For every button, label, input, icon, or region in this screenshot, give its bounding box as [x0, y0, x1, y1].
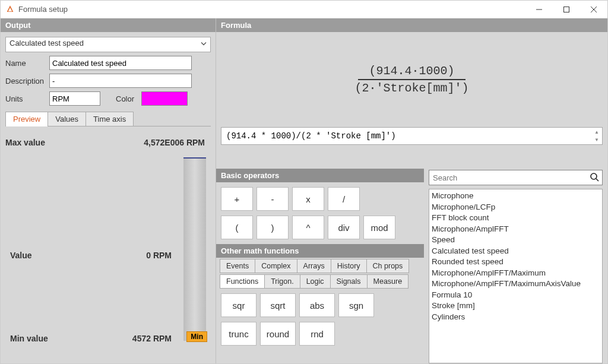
- min-value: 4572 RPM: [87, 334, 172, 343]
- list-item[interactable]: Calculated test speed: [432, 246, 600, 257]
- list-item[interactable]: Microphone/LCFp: [432, 202, 600, 213]
- formula-spinner[interactable]: ▲ ▼: [592, 128, 601, 144]
- name-label: Name: [5, 59, 45, 68]
- op-mod[interactable]: mod: [363, 216, 395, 239]
- output-header: Output: [1, 18, 216, 32]
- chevron-down-icon[interactable]: ▼: [592, 136, 601, 144]
- basic-operators-header: Basic operators: [216, 169, 424, 182]
- list-item[interactable]: Microphone: [432, 191, 600, 202]
- preview-bar: [183, 157, 206, 341]
- description-label: Description: [5, 77, 45, 86]
- color-label: Color: [116, 94, 134, 103]
- fn-rnd[interactable]: rnd: [299, 322, 335, 346]
- operators-panel: Basic operators + - x / ( ) ^ div m: [216, 169, 424, 363]
- minimize-button[interactable]: [525, 1, 553, 18]
- description-field[interactable]: [49, 74, 192, 88]
- svg-line-5: [596, 179, 598, 181]
- list-item[interactable]: Speed: [432, 235, 600, 246]
- list-item[interactable]: Microphone/AmplFFT: [432, 224, 600, 235]
- value-value: 0 RPM: [87, 251, 172, 260]
- chevron-down-icon: [200, 40, 207, 49]
- op-div[interactable]: div: [328, 216, 360, 239]
- units-field[interactable]: [49, 91, 100, 106]
- list-item[interactable]: Rounded test speed: [432, 257, 600, 268]
- formula-setup-window: Formula setup Output Calculated test spe…: [0, 0, 608, 364]
- fn-tab-logic[interactable]: Logic: [300, 274, 331, 289]
- op-plus[interactable]: +: [221, 187, 253, 211]
- list-item[interactable]: Microphone/AmplFFT/MaximumAxisValue: [432, 278, 600, 290]
- tab-preview[interactable]: Preview: [5, 112, 48, 126]
- output-panel: Output Calculated test speed Name Descri…: [1, 18, 216, 363]
- search-icon: [590, 172, 599, 182]
- units-label: Units: [5, 94, 45, 103]
- formula-input[interactable]: [221, 127, 603, 145]
- preview-pane: Max value 4,572E006 RPM Value 0 RPM Min …: [1, 131, 216, 363]
- close-button[interactable]: [580, 1, 607, 18]
- formula-panel: Formula (914.4·1000) (2·'Stroke[mm]') ▲ …: [216, 18, 607, 363]
- fn-tab-chprops[interactable]: Ch props: [366, 259, 410, 273]
- window-controls: [525, 1, 607, 18]
- fn-abs[interactable]: abs: [299, 293, 335, 317]
- search-panel: Microphone Microphone/LCFp FFT block cou…: [424, 169, 607, 363]
- fn-tab-functions[interactable]: Functions: [220, 274, 265, 289]
- preview-tabs: Preview Values Time axis: [5, 112, 211, 126]
- list-item[interactable]: Microphone/AmplFFT/Maximum: [432, 268, 600, 279]
- name-field[interactable]: [49, 56, 192, 70]
- list-item[interactable]: FFT block count: [432, 213, 600, 224]
- formula-display: (914.4·1000) (2·'Stroke[mm]'): [216, 32, 607, 127]
- value-label: Value: [10, 251, 87, 260]
- body: Output Calculated test speed Name Descri…: [1, 18, 607, 363]
- list-item[interactable]: Formula 10: [432, 290, 600, 301]
- max-value: 4,572E006 RPM: [83, 138, 205, 147]
- chevron-up-icon[interactable]: ▲: [592, 128, 601, 136]
- other-functions-header: Other math functions: [216, 244, 424, 258]
- fn-trunc[interactable]: trunc: [221, 322, 256, 346]
- op-multiply[interactable]: x: [292, 187, 324, 211]
- list-item[interactable]: Cylinders: [432, 312, 600, 323]
- list-item[interactable]: Stroke [mm]: [432, 300, 600, 312]
- op-rparen[interactable]: ): [256, 216, 289, 239]
- fn-tab-history[interactable]: History: [331, 259, 367, 273]
- search-input[interactable]: [429, 170, 603, 185]
- op-divide[interactable]: /: [328, 187, 360, 211]
- fn-sqrt[interactable]: sqrt: [260, 293, 296, 317]
- lower-area: Basic operators + - x / ( ) ^ div m: [216, 169, 607, 363]
- color-picker[interactable]: [141, 91, 188, 106]
- output-select[interactable]: Calculated test speed: [5, 37, 211, 52]
- fn-tab-complex[interactable]: Complex: [255, 259, 297, 273]
- channel-list[interactable]: Microphone Microphone/LCFp FFT block cou…: [429, 189, 603, 363]
- op-minus[interactable]: -: [256, 187, 289, 211]
- min-tag: Min: [186, 331, 207, 342]
- titlebar: Formula setup: [1, 1, 607, 18]
- fn-sgn[interactable]: sgn: [338, 293, 374, 317]
- fn-tab-signals[interactable]: Signals: [330, 274, 368, 289]
- fn-sqr[interactable]: sqr: [221, 293, 256, 317]
- fn-tab-trigon[interactable]: Trigon.: [264, 274, 300, 289]
- tab-timeaxis[interactable]: Time axis: [86, 112, 134, 126]
- app-icon: [5, 5, 15, 14]
- min-value-label: Min value: [10, 334, 87, 343]
- max-value-label: Max value: [5, 138, 83, 147]
- op-lparen[interactable]: (: [221, 216, 253, 239]
- fn-tab-arrays[interactable]: Arrays: [297, 259, 331, 273]
- output-select-value: Calculated test speed: [5, 37, 211, 52]
- maximize-button[interactable]: [553, 1, 580, 18]
- window-title: Formula setup: [18, 5, 525, 14]
- fn-round[interactable]: round: [260, 322, 296, 346]
- formula-header: Formula: [216, 18, 607, 32]
- svg-point-4: [591, 173, 597, 179]
- op-power[interactable]: ^: [292, 216, 324, 239]
- formula-denominator: (2·'Stroke[mm]'): [354, 80, 468, 95]
- fn-tab-measure[interactable]: Measure: [367, 274, 409, 289]
- svg-rect-1: [564, 7, 569, 12]
- tab-values[interactable]: Values: [48, 112, 86, 126]
- fn-tab-events[interactable]: Events: [220, 259, 255, 273]
- formula-numerator: (914.4·1000): [358, 64, 465, 80]
